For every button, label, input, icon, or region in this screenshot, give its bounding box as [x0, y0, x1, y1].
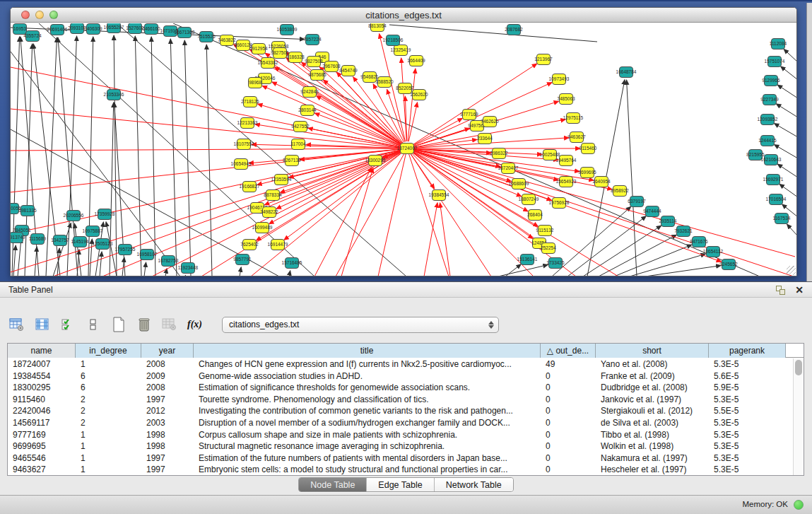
- column-header-name[interactable]: name: [8, 344, 76, 358]
- table-cell-out_de[interactable]: 0: [541, 382, 596, 394]
- graph-node[interactable]: 16958107: [137, 250, 158, 260]
- graph-edge[interactable]: [408, 69, 416, 141]
- table-cell-in_degree[interactable]: 1: [76, 440, 141, 452]
- table-cell-year[interactable]: 2008: [141, 358, 194, 370]
- graph-node[interactable]: 7485063: [557, 94, 575, 105]
- table-cell-year[interactable]: 1997: [141, 394, 194, 406]
- graph-node[interactable]: 9227349: [760, 95, 779, 105]
- column-header-year[interactable]: year: [141, 344, 194, 358]
- table-cell-short[interactable]: Wolkin et al. (1998): [596, 440, 709, 452]
- table-selector-dropdown[interactable]: citations_edges.txt: [222, 317, 499, 333]
- graph-node[interactable]: 1664409: [407, 56, 425, 66]
- table-cell-name[interactable]: 9463627: [8, 464, 76, 475]
- graph-node[interactable]: 1527602: [126, 23, 144, 34]
- table-cell-short[interactable]: Dudbridge et al. (2008): [596, 382, 709, 394]
- graph-node[interactable]: 2967608: [322, 62, 341, 72]
- graph-edge[interactable]: [407, 148, 796, 276]
- graph-edge[interactable]: [240, 267, 241, 276]
- table-cell-in_degree[interactable]: 1: [76, 464, 141, 475]
- graph-edge[interactable]: [11, 148, 407, 235]
- graph-edge[interactable]: [583, 226, 661, 276]
- graph-edge[interactable]: [787, 224, 796, 236]
- graph-node[interactable]: 2935114: [659, 216, 677, 227]
- table-cell-title[interactable]: Changes of HCN gene expression and I(f) …: [194, 358, 541, 370]
- table-cell-name[interactable]: 14569117: [8, 417, 76, 429]
- table-cell-short[interactable]: Franke et al. (2009): [596, 370, 709, 382]
- graph-node[interactable]: 7932621: [674, 226, 693, 237]
- graph-edge[interactable]: [272, 82, 401, 146]
- table-row[interactable]: 1872400712008Changes of HCN gene express…: [8, 358, 792, 370]
- graph-node[interactable]: 2986322: [490, 148, 508, 159]
- graph-node[interactable]: 8958922: [611, 186, 629, 197]
- scrollbar-thumb[interactable]: [795, 360, 802, 375]
- graph-node[interactable]: 19166827: [240, 182, 260, 192]
- table-cell-out_de[interactable]: 0: [541, 440, 596, 452]
- graph-edge[interactable]: [413, 64, 536, 145]
- table-cell-short[interactable]: Tibbo et al. (1998): [596, 429, 709, 441]
- table-cell-short[interactable]: Stergiakouli et al. (2012): [596, 405, 709, 417]
- graph-edge[interactable]: [407, 148, 795, 257]
- graph-edge[interactable]: [784, 49, 796, 62]
- graph-node[interactable]: 8267130: [283, 156, 301, 166]
- table-cell-pagerank[interactable]: 5.3E-5: [709, 394, 786, 406]
- table-cell-title[interactable]: Estimation of the future numbers of pati…: [194, 452, 541, 465]
- graph-node[interactable]: 12325419: [391, 45, 411, 56]
- tab-node-table[interactable]: Node Table: [299, 478, 367, 491]
- graph-node[interactable]: 12353594: [271, 175, 292, 185]
- graph-edge[interactable]: [100, 252, 102, 276]
- graph-node[interactable]: 9245652: [719, 259, 738, 270]
- graph-node[interactable]: 15692971: [763, 175, 784, 185]
- graph-edge[interactable]: [776, 104, 796, 117]
- table-cell-year[interactable]: 2008: [141, 382, 194, 394]
- table-cell-short[interactable]: Nakamura et al. (1997): [596, 452, 709, 465]
- graph-node[interactable]: 17016504: [766, 194, 787, 205]
- table-cell-name[interactable]: 9465546: [8, 452, 76, 465]
- graph-edge[interactable]: [35, 247, 37, 276]
- table-cell-title[interactable]: Structural magnetic resonance image aver…: [194, 440, 541, 452]
- graph-node[interactable]: 1145194: [71, 237, 89, 247]
- graph-node[interactable]: 1167534: [773, 214, 791, 224]
- table-cell-in_degree[interactable]: 1: [76, 429, 141, 441]
- table-cell-year[interactable]: 2012: [141, 405, 194, 417]
- graph-edge[interactable]: [170, 39, 177, 276]
- table-cell-out_de[interactable]: 0: [541, 452, 596, 465]
- graph-edge[interactable]: [284, 153, 401, 240]
- table-cell-in_degree[interactable]: 1: [76, 452, 141, 465]
- graph-node[interactable]: 9115132: [536, 226, 554, 236]
- table-cell-year[interactable]: 1998: [141, 440, 194, 452]
- table-cell-pagerank[interactable]: 5.3E-5: [709, 452, 786, 465]
- table-cell-pagerank[interactable]: 5.3E-5: [709, 440, 786, 452]
- graph-node[interactable]: 10975887: [83, 226, 103, 237]
- graph-node[interactable]: 9242843: [300, 87, 319, 98]
- selection-mode-icon[interactable]: [58, 315, 77, 334]
- table-cell-name[interactable]: 22420046: [8, 405, 76, 417]
- graph-node[interactable]: 2718126: [241, 97, 259, 107]
- graph-node[interactable]: 9857791: [233, 255, 252, 265]
- graph-node[interactable]: 12213363: [237, 118, 258, 129]
- table-cell-name[interactable]: 19384554: [8, 370, 76, 382]
- table-row[interactable]: 969969511998Structural magnetic resonanc…: [8, 440, 792, 452]
- network-window-titlebar[interactable]: citations_edges.txt: [11, 8, 796, 23]
- table-cell-pagerank[interactable]: 5.6E-5: [709, 370, 786, 382]
- graph-node[interactable]: 16543382: [258, 58, 278, 69]
- graph-node[interactable]: 7625402: [240, 240, 259, 250]
- table-cell-name[interactable]: 9115460: [8, 394, 76, 406]
- table-cell-title[interactable]: Embryonic stem cells: a model to study s…: [194, 464, 541, 475]
- graph-node[interactable]: 4355724: [23, 31, 42, 42]
- graph-node[interactable]: 1244415: [758, 136, 777, 146]
- table-cell-name[interactable]: 18300295: [8, 382, 76, 394]
- table-cell-title[interactable]: Tourette syndrome. Phenomenology and cla…: [194, 394, 541, 406]
- table-cell-title[interactable]: Estimation of significance thresholds fo…: [194, 382, 541, 394]
- graph-node[interactable]: 9427552: [291, 122, 310, 132]
- column-header-in_degree[interactable]: in_degree: [76, 344, 141, 358]
- graph-node[interactable]: 19218506: [383, 35, 404, 46]
- table-cell-short[interactable]: de Silva et al. (2003): [596, 417, 709, 429]
- table-cell-year[interactable]: 2009: [141, 370, 194, 382]
- function-builder-icon[interactable]: f(x): [185, 315, 204, 334]
- table-row[interactable]: 2242004622012Investigating the contribut…: [8, 405, 792, 417]
- graph-node[interactable]: 8471676: [690, 237, 708, 247]
- zoom-window-icon[interactable]: [49, 11, 58, 19]
- table-cell-name[interactable]: 9699695: [8, 440, 76, 452]
- graph-edge[interactable]: [645, 266, 721, 276]
- graph-node[interactable]: 7463822: [218, 35, 236, 46]
